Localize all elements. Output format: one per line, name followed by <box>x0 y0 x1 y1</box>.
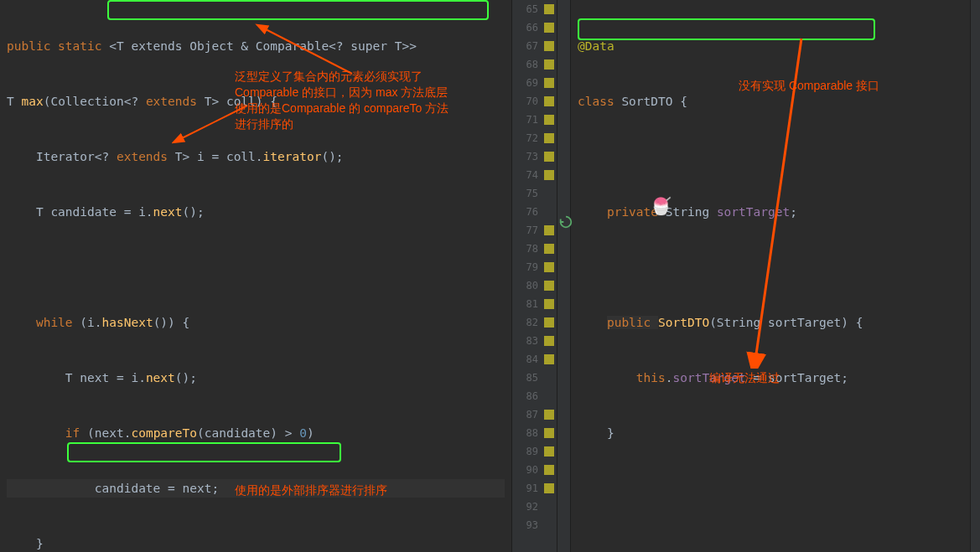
rerun-icon[interactable] <box>558 214 575 231</box>
gutter[interactable]: 6566676869707172737475767778798081828384… <box>511 0 557 552</box>
gutter-line-87[interactable]: 87 <box>512 405 557 424</box>
kw-while: while <box>36 316 80 329</box>
right-code[interactable]: @Data class SortDTO { private String sor… <box>571 0 970 552</box>
gutter-line-75[interactable]: 75 <box>512 184 557 203</box>
gutter-vcs-mark <box>544 78 554 88</box>
gutter-line-93[interactable]: 93 <box>512 516 557 534</box>
gutter-vcs-mark <box>544 133 554 143</box>
return-type: T <box>7 95 21 108</box>
kw-public: public <box>7 39 58 53</box>
fn-max: max <box>21 95 43 108</box>
gutter-vcs-mark <box>544 465 554 475</box>
assign-candidate: candidate = next; <box>7 482 219 495</box>
gutter-line-71[interactable]: 71 <box>512 111 557 129</box>
gutter-vcs-mark <box>544 41 554 51</box>
next-decl: T next = i. <box>7 371 146 384</box>
gutter-vcs-mark <box>544 244 554 254</box>
gutter-vcs-mark <box>544 115 554 125</box>
left-code[interactable]: public static <T extends Object & Compar… <box>0 0 511 552</box>
gutter-line-84[interactable]: 84 <box>512 350 557 369</box>
gutter-vcs-mark <box>544 262 554 272</box>
gutter-line-73[interactable]: 73 <box>512 147 557 166</box>
generic-bound: <T extends Object & Comparable<? super T… <box>109 39 417 53</box>
left-editor[interactable]: public static <T extends Object & Compar… <box>0 0 511 552</box>
kw-if: if <box>65 426 87 440</box>
gutter-line-83[interactable]: 83 <box>512 332 557 350</box>
gutter-line-82[interactable]: 82 <box>512 313 557 332</box>
gutter-line-65[interactable]: 65 <box>512 0 557 18</box>
gutter-vcs-mark <box>544 170 554 180</box>
gutter-line-79[interactable]: 79 <box>512 258 557 276</box>
annotation-data: @Data <box>578 39 614 53</box>
gutter-line-72[interactable]: 72 <box>512 129 557 147</box>
gutter-line-66[interactable]: 66 <box>512 18 557 37</box>
gutter-vcs-mark <box>544 59 554 70</box>
gutter-vcs-mark <box>544 336 554 346</box>
field-sorttarget: sortTarget <box>717 205 790 219</box>
gutter-line-69[interactable]: 69 <box>512 74 557 92</box>
kw-class: class <box>578 95 621 108</box>
gutter-line-92[interactable]: 92 <box>512 498 557 516</box>
gutter-line-78[interactable]: 78 <box>512 240 557 258</box>
gutter-line-91[interactable]: 91 <box>512 479 557 498</box>
gutter-vcs-mark <box>544 446 554 457</box>
gutter-vcs-mark <box>544 428 554 438</box>
gutter-line-76[interactable]: 76 <box>512 203 557 221</box>
gutter-vcs-mark <box>544 23 554 33</box>
iter-decl: Iterator<? <box>7 150 117 163</box>
gutter-line-74[interactable]: 74 <box>512 166 557 184</box>
gutter-vcs-mark <box>544 281 554 291</box>
gutter-line-70[interactable]: 70 <box>512 92 557 111</box>
gutter-line-68[interactable]: 68 <box>512 55 557 74</box>
gutter-line-85[interactable]: 85 <box>512 369 557 387</box>
gutter-vcs-mark <box>544 483 554 493</box>
gutter-vcs-mark <box>544 410 554 420</box>
gutter-line-88[interactable]: 88 <box>512 424 557 442</box>
gutter-line-89[interactable]: 89 <box>512 442 557 461</box>
emoji-icecream: 🍧 <box>651 196 671 216</box>
candidate-decl: T candidate = i. <box>7 205 153 219</box>
gutter-vcs-mark <box>544 4 554 14</box>
right-left-gutter <box>557 0 571 552</box>
params: (Collection<? <box>44 95 146 108</box>
gutter-line-67[interactable]: 67 <box>512 37 557 55</box>
gutter-line-90[interactable]: 90 <box>512 461 557 479</box>
gutter-line-80[interactable]: 80 <box>512 276 557 295</box>
right-editor[interactable]: @Data class SortDTO { private String sor… <box>557 0 980 552</box>
gutter-vcs-mark <box>544 299 554 309</box>
kw-static: static <box>58 39 109 53</box>
gutter-vcs-mark <box>544 354 554 364</box>
right-scrollbar-gutter[interactable] <box>970 0 980 552</box>
ctor-sortdto: SortDTO <box>658 316 709 329</box>
class-name: SortDTO { <box>621 95 687 108</box>
gutter-vcs-mark <box>544 317 554 328</box>
gutter-line-77[interactable]: 77 <box>512 221 557 240</box>
gutter-line-81[interactable]: 81 <box>512 295 557 313</box>
gutter-vcs-mark <box>544 225 554 235</box>
gutter-vcs-mark <box>544 152 554 162</box>
gutter-line-86[interactable]: 86 <box>512 387 557 405</box>
gutter-vcs-mark <box>544 96 554 106</box>
